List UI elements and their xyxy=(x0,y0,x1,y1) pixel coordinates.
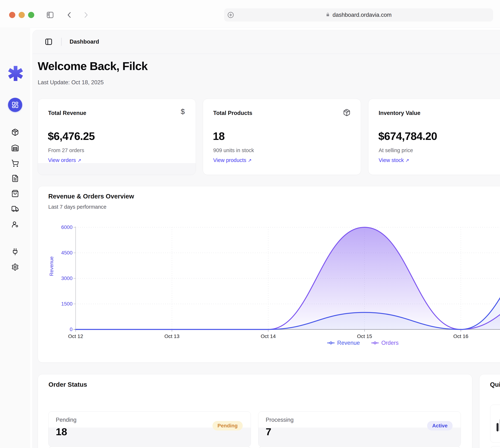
stat-card-inventory-value: Inventory Value $674,784.20 At selling p… xyxy=(368,99,500,175)
order-status-row-pending[interactable]: Pending 18 Pending xyxy=(48,411,251,447)
close-window-button[interactable] xyxy=(9,12,15,18)
chart-subtitle: Last 7 days performance xyxy=(48,204,106,210)
legend-item-orders[interactable]: Orders xyxy=(371,340,399,346)
status-badge: Active xyxy=(427,421,453,431)
status-badge: Pending xyxy=(212,421,243,431)
warehouse-icon xyxy=(11,144,19,152)
dollar-icon: $ xyxy=(181,108,185,116)
stat-card-title: Total Revenue xyxy=(48,110,86,116)
stat-card-subtitle: From 27 orders xyxy=(48,147,84,153)
view-stock-link[interactable]: View stock ↗ xyxy=(379,157,409,163)
browser-toolbar: dashboard.ordavia.com xyxy=(0,0,500,28)
back-icon[interactable] xyxy=(65,11,74,19)
y-tick-label: 4500 xyxy=(52,250,73,256)
x-tick-label: Oct 13 xyxy=(156,334,187,339)
sidebar-item-customers[interactable] xyxy=(11,221,19,228)
header-divider xyxy=(61,38,61,46)
app-header: Dashboard xyxy=(32,30,500,54)
stat-card-title: Inventory Value xyxy=(379,110,420,116)
order-status-row-partial[interactable] xyxy=(258,447,461,448)
x-tick-label: Oct 12 xyxy=(60,334,91,339)
stat-card-subtitle: 909 units in stock xyxy=(213,147,254,153)
legend-marker-icon xyxy=(371,341,379,345)
url-text: dashboard.ordavia.com xyxy=(333,12,392,18)
chart-legend: Revenue Orders xyxy=(288,340,437,346)
stat-card-footer xyxy=(38,163,196,175)
stat-card-value: $6,476.25 xyxy=(48,130,95,143)
legend-item-revenue[interactable]: Revenue xyxy=(327,340,360,346)
y-tick-label: 6000 xyxy=(52,224,73,230)
view-products-link[interactable]: View products ↗ xyxy=(213,157,252,163)
package-icon xyxy=(343,109,350,116)
shopping-bag-icon xyxy=(11,190,19,197)
sidebar-item-warehouse[interactable] xyxy=(11,144,19,152)
minimize-window-button[interactable] xyxy=(19,12,25,18)
sidebar-item-shipping[interactable] xyxy=(11,205,19,213)
x-tick-label: Oct 14 xyxy=(253,334,284,339)
truck-icon xyxy=(11,205,19,213)
lock-icon xyxy=(326,12,330,17)
sidebar-item-shop[interactable] xyxy=(11,190,19,197)
chart-title: Revenue & Orders Overview xyxy=(48,193,134,200)
brand-logo-asterisk-icon: ✱ xyxy=(7,64,23,84)
order-status-count: 18 xyxy=(56,426,67,438)
quick-action-tile[interactable] xyxy=(490,405,500,443)
sidebar-item-cart[interactable] xyxy=(11,160,19,167)
browser-sidebar-icon[interactable] xyxy=(46,11,54,19)
order-status-count: 7 xyxy=(266,426,271,438)
layout-dashboard-icon xyxy=(12,101,19,109)
users-icon xyxy=(11,221,19,228)
file-text-icon xyxy=(11,175,19,182)
page-title: Welcome Back, Filck xyxy=(38,60,148,73)
gear-icon xyxy=(11,263,19,271)
package-icon xyxy=(11,128,19,136)
address-bar[interactable]: dashboard.ordavia.com xyxy=(224,8,493,21)
stat-card-total-revenue: Total Revenue $ $6,476.25 From 27 orders… xyxy=(38,99,196,175)
last-update-text: Last Update: Oct 18, 2025 xyxy=(38,79,104,86)
order-status-label: Pending xyxy=(56,417,76,423)
view-orders-link[interactable]: View orders ↗ xyxy=(48,157,81,163)
stat-card-title: Total Products xyxy=(213,110,252,116)
panel-toggle-icon[interactable] xyxy=(45,38,53,46)
sidebar-item-integrations[interactable] xyxy=(11,248,19,256)
breadcrumb: Dashboard xyxy=(70,38,99,45)
stat-card-value: 18 xyxy=(213,130,225,143)
shopping-cart-icon xyxy=(11,160,19,167)
stat-card-subtitle: At selling price xyxy=(379,147,413,153)
legend-marker-icon xyxy=(327,341,335,345)
x-tick-label: Oct 15 xyxy=(349,334,380,339)
forward-icon[interactable] xyxy=(82,11,90,19)
sidebar-item-products[interactable] xyxy=(11,128,19,136)
y-tick-label: 3000 xyxy=(52,275,73,281)
screen: dashboard.ordavia.com ✱ xyxy=(0,0,500,448)
order-status-title: Order Status xyxy=(48,381,87,388)
x-tick-label: Oct 16 xyxy=(445,334,476,339)
maximize-window-button[interactable] xyxy=(28,12,34,18)
y-tick-label: 1500 xyxy=(52,301,73,307)
revenue-orders-chart xyxy=(74,226,500,332)
sidebar-item-settings[interactable] xyxy=(11,263,19,271)
order-status-label: Processing xyxy=(266,417,294,423)
y-tick-label: 0 xyxy=(52,326,73,332)
stat-card-total-products: Total Products 18 909 units in stock Vie… xyxy=(203,99,361,175)
order-status-row-processing[interactable]: Processing 7 Active xyxy=(258,411,461,447)
sidebar-item-dashboard[interactable] xyxy=(8,98,22,112)
order-status-row-partial[interactable] xyxy=(48,447,251,448)
stat-card-value: $674,784.20 xyxy=(378,130,437,143)
app-sidebar: ✱ xyxy=(0,27,30,448)
plug-icon xyxy=(11,248,19,256)
quick-actions-title: Qui xyxy=(490,381,500,388)
sidebar-item-invoices[interactable] xyxy=(11,175,19,182)
